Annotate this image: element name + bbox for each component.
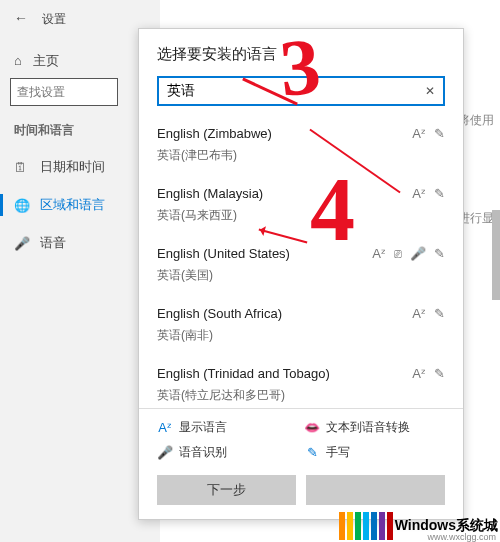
feature-icon: 👄: [304, 420, 320, 435]
lang-name-zh: 英语(南非): [157, 327, 445, 344]
language-item[interactable]: English (South Africa)英语(南非)Aᶻ✎: [157, 296, 445, 356]
nav-item[interactable]: 🎤语音: [0, 224, 120, 262]
lang-name-zh: 英语(美国): [157, 267, 445, 284]
disp-icon: ⎚: [394, 246, 402, 261]
tts-icon: Aᶻ: [372, 246, 386, 261]
dialog-search-box[interactable]: ✕: [157, 76, 445, 106]
home-link[interactable]: ⌂ 主页: [14, 52, 59, 70]
lang-name-zh: 英语(津巴布韦): [157, 147, 445, 164]
feature-legend: Aᶻ显示语言: [157, 419, 298, 436]
feature-label: 文本到语音转换: [326, 419, 410, 436]
lang-name-zh: 英语(马来西亚): [157, 207, 445, 224]
cancel-button[interactable]: [306, 475, 445, 505]
watermark-url: www.wxclgg.com: [427, 532, 496, 542]
feature-label: 显示语言: [179, 419, 227, 436]
ime-icon: ✎: [434, 246, 445, 261]
feature-legend: ✎手写: [304, 444, 445, 461]
ime-icon: ✎: [434, 366, 445, 381]
lang-name-en: English (Trinidad and Tobago): [157, 366, 445, 381]
nav-label: 区域和语言: [40, 196, 105, 214]
lang-name-en: English (Zimbabwe): [157, 126, 445, 141]
nav-category: 时间和语言: [14, 122, 74, 139]
clear-icon[interactable]: ✕: [425, 84, 435, 98]
nav-icon: 🗓: [14, 160, 30, 175]
dialog-search-input[interactable]: [167, 83, 425, 99]
nav-icon: 🌐: [14, 198, 30, 213]
feature-label: 语音识别: [179, 444, 227, 461]
ime-icon: ✎: [434, 306, 445, 321]
settings-title: 设置: [42, 12, 66, 26]
home-label: 主页: [33, 53, 59, 68]
search-box[interactable]: [10, 78, 118, 106]
lang-name-en: English (Malaysia): [157, 186, 445, 201]
scrollbar[interactable]: [492, 210, 500, 300]
nav-label: 日期和时间: [40, 158, 105, 176]
ime-icon: ✎: [434, 186, 445, 201]
tts-icon: Aᶻ: [412, 186, 426, 201]
language-item[interactable]: English (United States)英语(美国)Aᶻ⎚🎤✎: [157, 236, 445, 296]
nav-icon: 🎤: [14, 236, 30, 251]
lang-name-zh: 英语(特立尼达和多巴哥): [157, 387, 445, 404]
tts-icon: Aᶻ: [412, 306, 426, 321]
mic-icon: 🎤: [410, 246, 426, 261]
feature-legend: 👄文本到语音转换: [304, 419, 445, 436]
feature-legend: 🎤语音识别: [157, 444, 298, 461]
language-item[interactable]: English (Malaysia)英语(马来西亚)Aᶻ✎: [157, 176, 445, 236]
feature-icon: Aᶻ: [157, 420, 173, 435]
nav-item[interactable]: 🗓日期和时间: [0, 148, 120, 186]
feature-icon: ✎: [304, 445, 320, 460]
ime-icon: ✎: [434, 126, 445, 141]
nav-label: 语音: [40, 234, 66, 252]
language-dialog: 选择要安装的语言 ✕ English (Zimbabwe)英语(津巴布韦)Aᶻ✎…: [138, 28, 464, 520]
feature-icon: 🎤: [157, 445, 173, 460]
language-item[interactable]: English (Trinidad and Tobago)英语(特立尼达和多巴哥…: [157, 356, 445, 408]
tts-icon: Aᶻ: [412, 126, 426, 141]
back-button[interactable]: ←: [14, 10, 28, 26]
feature-label: 手写: [326, 444, 350, 461]
search-input[interactable]: [17, 85, 111, 99]
home-icon: ⌂: [14, 53, 22, 68]
lang-name-en: English (South Africa): [157, 306, 445, 321]
tts-icon: Aᶻ: [412, 366, 426, 381]
next-button[interactable]: 下一步: [157, 475, 296, 505]
language-item[interactable]: English (Zimbabwe)英语(津巴布韦)Aᶻ✎: [157, 116, 445, 176]
nav-item[interactable]: 🌐区域和语言: [0, 186, 120, 224]
dialog-title: 选择要安装的语言: [139, 29, 463, 76]
